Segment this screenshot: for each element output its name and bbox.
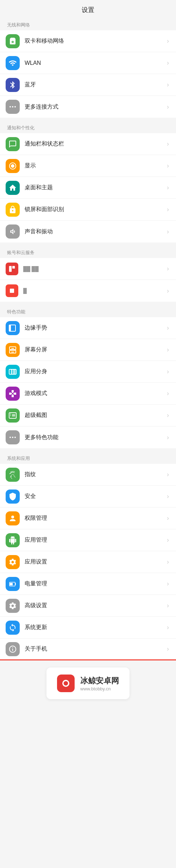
chevron-app-settings: › — [167, 558, 169, 566]
menu-label-more-features: 更多特色功能 — [25, 434, 164, 441]
menu-label-desktop: 桌面和主题 — [25, 184, 164, 191]
chevron-account2: › — [167, 287, 169, 295]
bluetooth-icon — [8, 81, 17, 89]
chevron-security: › — [167, 493, 169, 500]
menu-item-more-features[interactable]: 更多特色功能 › — [0, 426, 176, 448]
chevron-permissions: › — [167, 515, 169, 522]
menu-item-game-mode[interactable]: 游戏模式 › — [0, 383, 176, 405]
app-settings-icon-wrap — [6, 555, 20, 569]
section-wireless: 无线和网络 双卡和移动网络 › WLAN › — [0, 18, 176, 118]
app-manage-icon-wrap — [6, 533, 20, 547]
menu-label-app-manage: 应用管理 — [25, 536, 164, 544]
menu-label-update: 系统更新 — [25, 624, 164, 631]
sound-icon-wrap — [6, 224, 20, 239]
menu-label-edge-gesture: 边缘手势 — [25, 324, 164, 332]
svg-point-23 — [64, 681, 68, 686]
divider-3 — [0, 302, 176, 305]
svg-rect-10 — [11, 348, 14, 349]
notification-bar-icon — [8, 140, 17, 148]
mi-account-icon — [8, 265, 16, 273]
home-icon — [8, 184, 17, 192]
menu-item-about[interactable]: 关于手机 › — [0, 639, 176, 660]
chevron-battery: › — [167, 580, 169, 587]
menu-item-security[interactable]: 安全 › — [0, 486, 176, 507]
menu-item-app-settings[interactable]: 应用设置 › — [0, 551, 176, 573]
menu-item-split-screen[interactable]: 屏幕分屏 › — [0, 339, 176, 361]
bluetooth-icon-wrap — [6, 78, 20, 92]
section-header-wireless: 无线和网络 — [0, 18, 176, 30]
menu-label-display: 显示 — [25, 162, 164, 170]
fingerprint-icon — [8, 470, 17, 479]
chevron-screenshot: › — [167, 412, 169, 419]
menu-item-sound[interactable]: 声音和振动 › — [0, 221, 176, 242]
svg-point-16 — [10, 437, 11, 438]
split-screen-icon-wrap — [6, 343, 20, 357]
menu-item-advanced[interactable]: 高级设置 › — [0, 595, 176, 617]
menu-label-notification-bar: 通知栏和状态栏 — [25, 140, 164, 148]
menu-label-more-connections: 更多连接方式 — [25, 103, 164, 111]
menu-label-permissions: 权限管理 — [25, 515, 164, 522]
menu-item-notification-bar[interactable]: 通知栏和状态栏 › — [0, 133, 176, 155]
menu-label-account2: █ — [23, 288, 164, 294]
menu-item-permissions[interactable]: 权限管理 › — [0, 507, 176, 529]
divider-1 — [0, 118, 176, 121]
menu-item-bluetooth[interactable]: 蓝牙 › — [0, 74, 176, 96]
more-features-icon — [8, 433, 17, 442]
lockscreen-icon-wrap — [6, 203, 20, 217]
about-icon — [8, 645, 17, 653]
chevron-game-mode: › — [167, 390, 169, 397]
menu-item-account2[interactable]: █ › — [0, 280, 176, 302]
gear-icon — [8, 558, 17, 566]
split-icon — [8, 346, 17, 354]
menu-label-account1: ██ ██ — [23, 266, 164, 272]
menu-item-battery[interactable]: 电量管理 › — [0, 573, 176, 595]
battery-icon — [8, 580, 17, 588]
watermark-text: 冰鲸安卓网 www.btobby.cn — [80, 676, 119, 691]
screenshot-icon-wrap — [6, 408, 20, 423]
chevron-wlan: › — [167, 59, 169, 67]
update-icon-wrap — [6, 621, 20, 635]
menu-item-display[interactable]: 显示 › — [0, 155, 176, 177]
display-icon — [8, 162, 17, 170]
svg-point-1 — [12, 106, 13, 107]
section-features: 特色功能 边缘手势 › 屏幕分屏 › — [0, 305, 176, 448]
notification-bar-icon-wrap — [6, 137, 20, 151]
chevron-lockscreen: › — [167, 206, 169, 213]
menu-item-app-manage[interactable]: 应用管理 › — [0, 529, 176, 551]
section-account: 账号和云服务 ██ ██ › █ › — [0, 246, 176, 302]
chevron-split-screen: › — [167, 346, 169, 353]
menu-item-update[interactable]: 系统更新 › — [0, 617, 176, 639]
menu-item-account1[interactable]: ██ ██ › — [0, 258, 176, 280]
menu-item-screenshot[interactable]: 超级截图 › — [0, 405, 176, 426]
game-icon — [8, 389, 17, 398]
svg-point-0 — [10, 106, 11, 107]
fingerprint-icon-wrap — [6, 468, 20, 482]
menu-item-sim[interactable]: 双卡和移动网络 › — [0, 30, 176, 52]
chevron-update: › — [167, 624, 169, 631]
sim-icon — [8, 37, 17, 45]
chevron-desktop: › — [167, 184, 169, 191]
menu-item-desktop[interactable]: 桌面和主题 › — [0, 177, 176, 199]
red-account-icon — [9, 288, 15, 294]
menu-item-wlan[interactable]: WLAN › — [0, 52, 176, 74]
menu-label-game-mode: 游戏模式 — [25, 390, 164, 397]
menu-item-more-connections[interactable]: 更多连接方式 › — [0, 96, 176, 118]
svg-point-19 — [11, 516, 14, 518]
svg-point-17 — [12, 437, 13, 438]
chevron-app-manage: › — [167, 536, 169, 544]
menu-item-edge-gesture[interactable]: 边缘手势 › — [0, 317, 176, 339]
wlan-icon-wrap — [6, 56, 20, 70]
watermark-card: 冰鲸安卓网 www.btobby.cn — [46, 667, 130, 699]
menu-item-app-clone[interactable]: 应用分身 › — [0, 361, 176, 383]
sim-icon-wrap — [6, 34, 20, 48]
volume-icon — [8, 227, 17, 236]
section-body-notification: 通知栏和状态栏 › 显示 › 桌面和主题 › — [0, 133, 176, 242]
divider-2 — [0, 242, 176, 246]
permission-icon — [8, 514, 17, 523]
menu-item-fingerprint[interactable]: 指纹 › — [0, 464, 176, 486]
chevron-edge-gesture: › — [167, 324, 169, 332]
app-clone-icon-wrap — [6, 365, 20, 379]
menu-item-lockscreen[interactable]: 锁屏和面部识别 › — [0, 199, 176, 221]
menu-label-advanced: 高级设置 — [25, 602, 164, 609]
divider-4 — [0, 448, 176, 452]
